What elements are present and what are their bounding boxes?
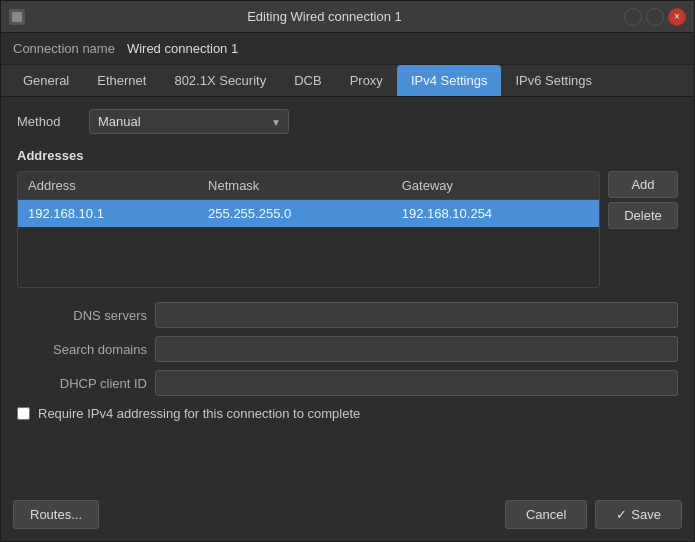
dhcp-id-row: DHCP client ID [17, 370, 678, 396]
connection-bar: Connection name Wired connection 1 [1, 33, 694, 65]
cell-gateway: 192.168.10.254 [392, 200, 599, 228]
routes-button[interactable]: Routes... [13, 500, 99, 529]
dhcp-id-input[interactable] [155, 370, 678, 396]
table-area: Address Netmask Gateway 192.168.10.1 255… [17, 171, 678, 288]
delete-button[interactable]: Delete [608, 202, 678, 229]
search-domains-label: Search domains [17, 342, 147, 357]
cell-netmask: 255.255.255.0 [198, 200, 392, 228]
tabs-bar: General Ethernet 802.1X Security DCB Pro… [1, 65, 694, 97]
close-button[interactable]: × [668, 8, 686, 26]
cell-address: 192.168.10.1 [18, 200, 198, 228]
titlebar: Editing Wired connection 1 × [1, 1, 694, 33]
tab-ipv4[interactable]: IPv4 Settings [397, 65, 502, 96]
dns-label: DNS servers [17, 308, 147, 323]
svg-rect-0 [12, 12, 22, 22]
method-row: Method Automatic (DHCP) Manual Link-Loca… [17, 109, 678, 134]
app-icon [9, 9, 25, 25]
col-address: Address [18, 172, 198, 200]
maximize-button[interactable] [646, 8, 664, 26]
footer: Routes... Cancel ✓ Save [1, 492, 694, 541]
dns-row: DNS servers [17, 302, 678, 328]
col-netmask: Netmask [198, 172, 392, 200]
connection-name-value: Wired connection 1 [127, 41, 238, 56]
addresses-section: Addresses Address Netmask Gateway [17, 148, 678, 288]
table-row[interactable]: 192.168.10.1 255.255.255.0 192.168.10.25… [18, 200, 599, 228]
right-buttons: Cancel ✓ Save [505, 500, 682, 529]
table-header-row: Address Netmask Gateway [18, 172, 599, 200]
tab-general[interactable]: General [9, 65, 83, 96]
table-buttons: Add Delete [608, 171, 678, 288]
require-ipv4-checkbox[interactable] [17, 407, 30, 420]
add-button[interactable]: Add [608, 171, 678, 198]
method-select-wrap: Automatic (DHCP) Manual Link-Local Only … [89, 109, 289, 134]
connection-name-label: Connection name [13, 41, 115, 56]
empty-row [18, 227, 599, 287]
dhcp-id-label: DHCP client ID [17, 376, 147, 391]
tab-proxy[interactable]: Proxy [336, 65, 397, 96]
tab-ethernet[interactable]: Ethernet [83, 65, 160, 96]
search-domains-row: Search domains [17, 336, 678, 362]
minimize-button[interactable] [624, 8, 642, 26]
col-gateway: Gateway [392, 172, 599, 200]
require-ipv4-label: Require IPv4 addressing for this connect… [38, 406, 360, 421]
save-button[interactable]: ✓ Save [595, 500, 682, 529]
method-label: Method [17, 114, 77, 129]
tab-ipv6[interactable]: IPv6 Settings [501, 65, 606, 96]
require-checkbox-row: Require IPv4 addressing for this connect… [17, 406, 678, 421]
content-area: Method Automatic (DHCP) Manual Link-Loca… [1, 97, 694, 492]
window-controls: × [624, 8, 686, 26]
method-select[interactable]: Automatic (DHCP) Manual Link-Local Only … [89, 109, 289, 134]
tab-security[interactable]: 802.1X Security [160, 65, 280, 96]
tab-dcb[interactable]: DCB [280, 65, 335, 96]
addresses-title: Addresses [17, 148, 678, 163]
cancel-button[interactable]: Cancel [505, 500, 587, 529]
main-window: Editing Wired connection 1 × Connection … [0, 0, 695, 542]
form-rows: DNS servers Search domains DHCP client I… [17, 302, 678, 396]
addresses-table: Address Netmask Gateway 192.168.10.1 255… [18, 172, 599, 287]
dns-input[interactable] [155, 302, 678, 328]
window-title: Editing Wired connection 1 [25, 9, 624, 24]
addresses-table-wrap: Address Netmask Gateway 192.168.10.1 255… [17, 171, 600, 288]
save-label: Save [631, 507, 661, 522]
search-domains-input[interactable] [155, 336, 678, 362]
save-icon: ✓ [616, 507, 627, 522]
